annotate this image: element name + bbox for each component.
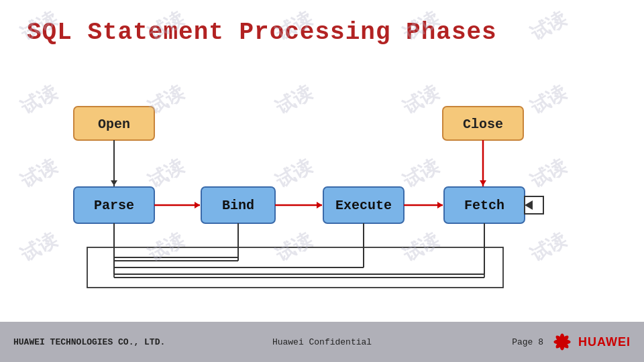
diagram-area: Open Close Parse Bind Execute Fetch xyxy=(0,53,644,314)
footer-right: Page 8 HUAWEI xyxy=(425,330,631,354)
svg-marker-17 xyxy=(195,202,200,208)
huawei-brand-text: HUAWEI xyxy=(578,335,631,349)
svg-text:Close: Close xyxy=(463,117,503,132)
svg-text:Fetch: Fetch xyxy=(464,198,504,213)
svg-marker-21 xyxy=(437,202,443,208)
svg-text:Open: Open xyxy=(98,117,130,132)
footer-company: HUAWEI TECHNOLOGIES CO., LTD. xyxy=(13,337,219,347)
footer: HUAWEI TECHNOLOGIES CO., LTD. Huawei Con… xyxy=(0,322,644,362)
footer-confidential: Huawei Confidential xyxy=(219,337,425,347)
svg-marker-7 xyxy=(480,180,486,186)
svg-text:Bind: Bind xyxy=(222,198,254,213)
svg-marker-5 xyxy=(111,180,117,186)
page-title: SQL Statement Processing Phases xyxy=(27,19,617,46)
huawei-logo: HUAWEI xyxy=(550,330,631,354)
svg-text:Parse: Parse xyxy=(94,198,134,213)
diagram-svg: Open Close Parse Bind Execute Fetch xyxy=(0,53,644,314)
footer-page: Page 8 xyxy=(512,337,543,347)
svg-line-33 xyxy=(238,261,364,267)
huawei-flower-icon xyxy=(550,330,574,354)
svg-text:Execute: Execute xyxy=(335,198,392,213)
svg-marker-19 xyxy=(317,202,322,208)
title-area: SQL Statement Processing Phases xyxy=(0,0,644,53)
